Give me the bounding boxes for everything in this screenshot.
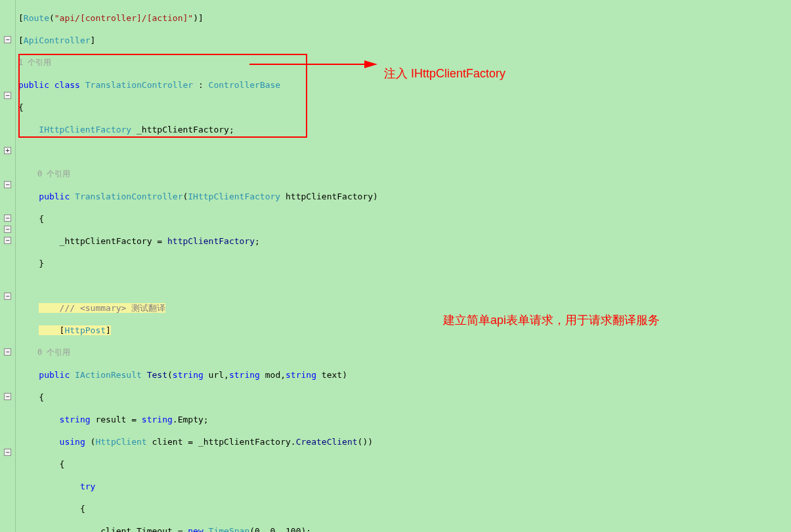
expand-marker[interactable]: + [4,147,11,154]
code-line: { [18,503,791,514]
code-line: try [18,481,791,492]
code-line [18,280,791,291]
code-line: [Route("api/[controller]/[action]")] [18,12,791,24]
code-editor[interactable]: − − + − − − − − − − − [Route("api/[contr… [0,0,791,532]
code-line: public TranslationController(IHttpClient… [18,191,791,202]
collapse-marker[interactable]: − [4,348,11,356]
code-line: { [18,213,791,224]
code-line: using (HttpClient client = _httpClientFa… [18,436,791,447]
collapse-marker[interactable]: − [4,293,11,300]
collapse-marker[interactable]: − [4,92,11,99]
code-line: _httpClientFactory = httpClientFactory; [18,235,791,247]
code-line: [HttpPost] [18,325,791,336]
code-line: client.Timeout = new TimeSpan(0, 0, 100)… [18,525,791,532]
annotation-api: 建立简单api表单请求，用于请求翻译服务 [443,312,660,328]
codelens-refs[interactable]: 0 个引用 [18,347,791,358]
collapse-marker[interactable]: − [4,237,11,244]
collapse-marker[interactable]: − [4,181,11,188]
collapse-marker[interactable]: − [4,226,11,233]
code-line: { [18,392,791,403]
gutter: − − + − − − − − − − − [0,0,16,532]
code-line: string result = string.Empty; [18,414,791,425]
code-line: { [18,459,791,470]
code-line: IHttpClientFactory _httpClientFactory; [18,124,791,135]
annotation-inject: 注入 IHttpClientFactory [384,66,505,81]
codelens-refs[interactable]: 0 个引用 [18,169,791,180]
collapse-marker[interactable]: − [4,36,11,43]
code-line: /// <summary> 测试翻译 [18,302,791,314]
code-line: public IActionResult Test(string url,str… [18,369,791,380]
code-line: { [18,102,791,113]
collapse-marker[interactable]: − [4,215,11,222]
code-line: } [18,258,791,269]
collapse-marker[interactable]: − [4,393,11,400]
collapse-marker[interactable]: − [4,449,11,456]
code-line [18,146,791,157]
code-line: [ApiController] [18,35,791,46]
